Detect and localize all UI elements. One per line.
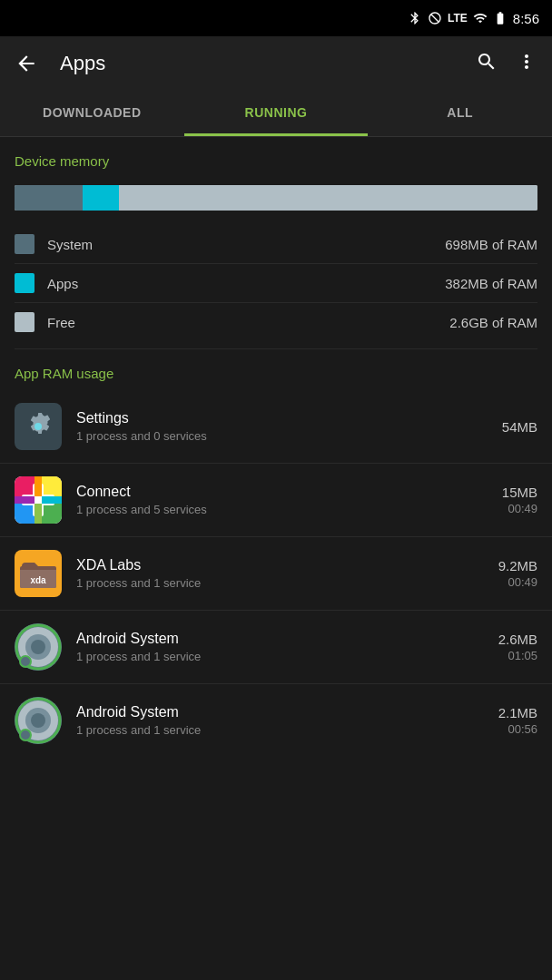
search-button[interactable] <box>476 51 498 76</box>
tabs: DOWNLOADED RUNNING ALL <box>0 91 552 137</box>
app-time-connect: 00:49 <box>502 502 537 515</box>
app-size-android1: 2.6MB <box>498 632 537 647</box>
content: Device memory System 698MB of RAM Apps 3… <box>0 137 552 757</box>
app-info-android1: Android System 1 process and 1 service <box>76 631 498 663</box>
app-name-android2: Android System <box>76 704 498 720</box>
svg-point-18 <box>31 640 45 654</box>
tab-all[interactable]: ALL <box>368 91 552 136</box>
svg-point-26 <box>20 730 31 740</box>
app-info-xda: XDA Labs 1 process and 1 service <box>76 557 498 590</box>
app-time-android2: 00:56 <box>498 722 537 736</box>
app-info-settings: Settings 1 process and 0 services <box>76 410 502 443</box>
status-bar: LTE 8:56 <box>0 0 552 36</box>
app-size-android2: 2.1MB <box>498 705 537 720</box>
svg-point-20 <box>20 656 31 667</box>
app-usage-android2: 2.1MB 00:56 <box>498 705 537 736</box>
svg-point-24 <box>31 713 45 728</box>
lte-icon: LTE <box>448 12 468 24</box>
tab-downloaded[interactable]: DOWNLOADED <box>0 91 184 136</box>
app-sub-xda: 1 process and 1 service <box>76 576 498 590</box>
settings-icon <box>15 403 62 450</box>
bluetooth-icon <box>408 10 422 26</box>
legend-label-free: Free <box>47 315 449 330</box>
memory-bar-free <box>119 185 537 211</box>
list-item[interactable]: Settings 1 process and 0 services 54MB <box>0 390 552 464</box>
app-info-android2: Android System 1 process and 1 service <box>76 704 498 737</box>
list-item[interactable]: Connect 1 process and 5 services 15MB 00… <box>0 464 552 537</box>
legend-value-apps: 382MB of RAM <box>445 276 537 291</box>
app-size-settings: 54MB <box>502 419 537 435</box>
svg-rect-12 <box>34 504 42 524</box>
list-item[interactable]: Android System 1 process and 1 service 2… <box>0 611 552 684</box>
app-usage-android1: 2.6MB 01:05 <box>498 632 537 662</box>
tab-running[interactable]: RUNNING <box>184 91 369 136</box>
svg-rect-9 <box>34 476 42 496</box>
svg-rect-10 <box>15 496 34 504</box>
legend-color-system <box>15 234 34 254</box>
back-button[interactable] <box>15 48 45 79</box>
app-size-connect: 15MB <box>502 485 537 500</box>
app-sub-connect: 1 process and 5 services <box>76 503 502 516</box>
app-ram-header: App RAM usage <box>0 349 552 390</box>
dnd-icon <box>428 10 442 26</box>
app-time-xda: 00:49 <box>498 575 537 589</box>
legend-color-free <box>15 312 34 332</box>
app-usage-settings: 54MB <box>502 419 537 435</box>
app-info-connect: Connect 1 process and 5 services <box>76 484 502 516</box>
app-sub-settings: 1 process and 0 services <box>76 429 502 443</box>
android-system-icon-1 <box>15 623 62 671</box>
list-item[interactable]: Android System 1 process and 1 service 2… <box>0 684 552 757</box>
memory-legend: System 698MB of RAM Apps 382MB of RAM Fr… <box>0 225 552 341</box>
status-icons: LTE 8:56 <box>408 10 539 26</box>
memory-bar-system <box>15 185 83 211</box>
app-name-xda: XDA Labs <box>76 557 498 573</box>
legend-value-free: 2.6GB of RAM <box>449 315 537 330</box>
app-size-xda: 9.2MB <box>498 558 537 573</box>
legend-value-system: 698MB of RAM <box>445 237 537 252</box>
svg-rect-11 <box>42 496 62 504</box>
signal-icon <box>473 10 488 26</box>
app-sub-android2: 1 process and 1 service <box>76 723 498 737</box>
app-name-connect: Connect <box>76 484 502 500</box>
app-name-settings: Settings <box>76 410 502 426</box>
app-name-android1: Android System <box>76 631 498 647</box>
list-item[interactable]: xda XDA Labs 1 process and 1 service 9.2… <box>0 537 552 611</box>
top-bar: Apps <box>0 36 552 91</box>
more-button[interactable] <box>516 51 537 76</box>
page-title: Apps <box>60 52 461 75</box>
legend-label-apps: Apps <box>47 276 445 291</box>
legend-label-system: System <box>47 237 445 252</box>
legend-apps: Apps 382MB of RAM <box>15 264 537 303</box>
app-time-android1: 01:05 <box>498 649 537 662</box>
svg-text:xda: xda <box>30 575 46 585</box>
memory-bar <box>15 185 537 211</box>
legend-free: Free 2.6GB of RAM <box>15 303 537 341</box>
battery-icon <box>493 10 508 26</box>
android-system-icon-2 <box>15 697 62 744</box>
top-actions <box>476 51 537 76</box>
app-usage-xda: 9.2MB 00:49 <box>498 558 537 589</box>
app-usage-connect: 15MB 00:49 <box>502 485 537 515</box>
status-time: 8:56 <box>513 11 539 26</box>
legend-system: System 698MB of RAM <box>15 225 537 264</box>
memory-bar-apps <box>83 185 119 211</box>
device-memory-header: Device memory <box>0 137 552 178</box>
connect-app-icon <box>15 476 62 524</box>
legend-color-apps <box>15 273 34 293</box>
svg-point-1 <box>34 423 42 430</box>
app-sub-android1: 1 process and 1 service <box>76 650 498 663</box>
xda-app-icon: xda <box>15 550 62 597</box>
